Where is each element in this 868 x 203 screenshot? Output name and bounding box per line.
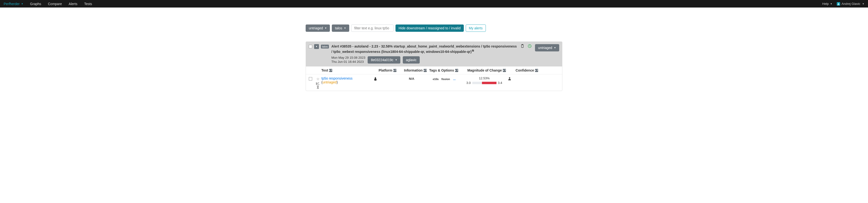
caret-down-icon: ▼ (830, 3, 832, 5)
filter-row: untriaged ▼ talos ▼ Hide downstream / re… (306, 25, 562, 32)
caret-down-icon: ▼ (324, 27, 327, 29)
magnitude-value-new: 3.4 (498, 81, 502, 85)
svg-point-6 (509, 77, 510, 79)
sort-icon: ▲▼ (535, 69, 538, 72)
brand-menu[interactable]: Perfherder ▼ (4, 2, 23, 6)
nav-graphs[interactable]: Graphs (30, 2, 41, 6)
magnitude-column-header[interactable]: Magnitude of Change▲▼ (467, 68, 506, 72)
magnitude-bar (472, 82, 496, 84)
row-status: untriaged (322, 80, 337, 84)
magnitude-bar-row: 3.0 3.4 (461, 81, 508, 85)
tags-cell: e10s fission ... (427, 77, 461, 81)
tags-column-header[interactable]: Tags & Options▲▼ (429, 68, 458, 72)
alert-card: ▼ talos Alert #38535 - autoland - 2.23 -… (306, 41, 562, 91)
linux-icon[interactable] (373, 77, 397, 81)
help-label: Help (822, 2, 829, 6)
framework-badge: talos (321, 45, 329, 49)
svg-rect-1 (521, 45, 523, 48)
svg-point-0 (838, 3, 839, 4)
alert-status-label: untriaged (538, 46, 552, 50)
sort-icon: ▲▼ (329, 69, 332, 72)
navbar: Perfherder ▼ Graphs Compare Alerts Tests… (0, 0, 868, 7)
author-button[interactable]: aglavic (403, 56, 420, 63)
platform-column-header[interactable]: Platform▲▼ (378, 68, 397, 72)
alert-title[interactable]: Alert #38535 - autoland - 2.23 - 32.58% … (331, 44, 518, 54)
header-left: ▼ talos (309, 44, 329, 64)
revision-label: 8e03224a019c (371, 58, 393, 62)
more-tags-button[interactable]: ... (453, 77, 456, 81)
user-name: Andrej Glavic (842, 2, 860, 6)
platform-cell (373, 77, 397, 81)
status-filter-dropdown[interactable]: untriaged ▼ (306, 25, 330, 32)
alert-dates: Mon May 29 15:08 2023 Thu Jun 01 16:44 2… (331, 56, 365, 64)
person-icon[interactable] (508, 77, 538, 80)
select-all-checkbox[interactable] (309, 45, 312, 48)
test-link[interactable]: tp5o responsiveness (321, 77, 352, 80)
user-menu[interactable]: Andrej Glavic ▼ (837, 2, 864, 6)
magnitude-percent: 12.53% (461, 77, 508, 80)
caret-down-icon: ▼ (395, 59, 397, 61)
caret-down-icon: ▼ (344, 27, 346, 29)
test-cell: tp5o responsiveness (untriaged) (321, 77, 373, 84)
triage-date: Thu Jun 01 16:44 2023 (331, 60, 365, 64)
status-paren-close: ) (337, 80, 338, 84)
nav-compare[interactable]: Compare (48, 2, 62, 6)
header-main: Alert #38535 - autoland - 2.23 - 32.58% … (331, 44, 518, 64)
header-meta: Mon May 29 15:08 2023 Thu Jun 01 16:44 2… (331, 56, 518, 64)
caret-down-icon: ▼ (862, 3, 864, 5)
row-icons: ☆ (314, 77, 321, 89)
status-filter-label: untriaged (309, 26, 323, 30)
nav-left: Perfherder ▼ Graphs Compare Alerts Tests (4, 2, 92, 6)
table-row: ☆ tp5o responsiveness (untriaged) N/A e1… (306, 75, 562, 91)
info-cell: N/A (397, 77, 427, 81)
magnitude-cell: 12.53% 3.0 3.4 (461, 77, 508, 85)
framework-filter-label: talos (335, 26, 342, 30)
my-alerts-button[interactable]: My alerts (466, 25, 486, 32)
hide-downstream-button[interactable]: Hide downstream / reassigned to / invali… (396, 25, 464, 32)
alert-status-dropdown[interactable]: untriaged ▼ (535, 44, 559, 51)
alert-dropdown-toggle[interactable]: ▼ (314, 44, 319, 49)
test-column-header[interactable]: Test▲▼ (321, 68, 332, 72)
svg-rect-2 (522, 45, 523, 45)
row-checkbox[interactable] (309, 77, 312, 81)
clipboard-icon[interactable] (521, 44, 524, 48)
graph-icon[interactable] (316, 82, 320, 85)
caret-down-icon: ▼ (554, 47, 556, 49)
nav-right: Help ▼ Andrej Glavic ▼ (822, 2, 864, 6)
framework-filter-dropdown[interactable]: talos ▼ (332, 25, 349, 32)
column-headers: Test▲▼ Platform▲▼ Information▲▼ Tags & O… (306, 66, 562, 75)
tag-fission: fission (441, 78, 450, 81)
sort-icon: ▲▼ (393, 69, 397, 72)
clock-icon[interactable] (528, 44, 532, 48)
sort-icon: ▲▼ (455, 69, 458, 72)
magnitude-fill (482, 82, 496, 84)
star-icon[interactable]: ☆ (316, 77, 319, 81)
sort-icon: ▲▼ (424, 69, 427, 72)
caret-down-icon: ▼ (21, 3, 23, 5)
alert-header: ▼ talos Alert #38535 - autoland - 2.23 -… (306, 42, 562, 66)
main-container: untriaged ▼ talos ▼ Hide downstream / re… (306, 7, 562, 96)
user-avatar-icon (837, 2, 840, 6)
push-date: Mon May 29 15:08 2023 (331, 56, 365, 60)
revision-dropdown[interactable]: 8e03224a019c ▼ (368, 56, 400, 63)
hourglass-icon[interactable] (316, 86, 319, 89)
confidence-column-header[interactable]: Confidence▲▼ (516, 68, 538, 72)
nav-alerts[interactable]: Alerts (69, 2, 78, 6)
tag-e10s: e10s (433, 78, 439, 81)
filter-text-input[interactable] (351, 25, 394, 32)
confidence-cell (508, 77, 538, 80)
information-column-header[interactable]: Information▲▼ (404, 68, 427, 72)
magnitude-value-old: 3.0 (466, 81, 471, 85)
sort-icon: ▲▼ (503, 69, 506, 72)
header-right: untriaged ▼ (521, 44, 559, 64)
help-menu[interactable]: Help ▼ (822, 2, 832, 6)
svg-point-5 (376, 78, 376, 78)
alert-title-text: Alert #38535 - autoland - 2.23 - 32.58% … (331, 45, 517, 54)
brand-label: Perfherder (4, 2, 20, 6)
external-link-icon[interactable]: ⧉ (472, 49, 474, 52)
nav-tests[interactable]: Tests (84, 2, 92, 6)
